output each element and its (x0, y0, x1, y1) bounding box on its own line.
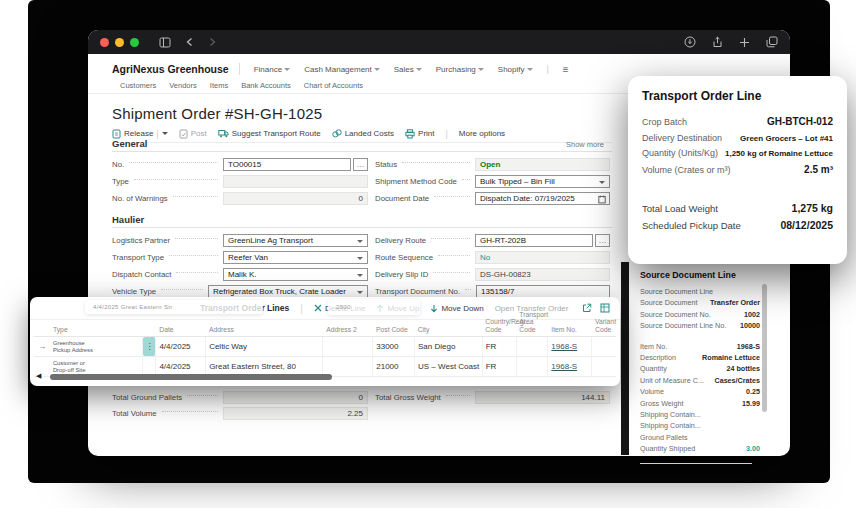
move-down-button[interactable]: Move Down (430, 304, 483, 313)
total-ground-pallets-field: 0 (223, 391, 368, 404)
cell-date[interactable]: 4/4/2025 (156, 337, 206, 356)
nav-link-customers[interactable]: Customers (120, 81, 156, 90)
truck-icon (218, 129, 229, 138)
factbox-row: Source Document No.1002 (640, 310, 760, 321)
suggest-transport-route-button[interactable]: Suggest Transport Route (218, 129, 321, 138)
col-country-code[interactable]: Country/Regi... Code (482, 318, 516, 336)
share-icon[interactable] (712, 36, 723, 48)
transport-type-select[interactable]: Reefer Van (223, 251, 368, 264)
menu-finance[interactable]: Finance (254, 65, 290, 74)
no-input[interactable]: TO00015 (223, 158, 351, 171)
open-external-icon[interactable] (582, 303, 592, 313)
menu-shopify[interactable]: Shopify (498, 65, 533, 74)
col-city[interactable]: City (415, 326, 483, 336)
card-row-scheduled-pickup-date: Scheduled Pickup Date 08/12/2025 (642, 219, 833, 231)
col-item-no[interactable]: Item No. (548, 326, 592, 336)
transport-order-line-card: Transport Order Line Crop Batch GH-BTCH-… (628, 76, 847, 264)
minimize-window-button[interactable] (115, 38, 124, 47)
factbox-row: Source DocumentTransfer Order (640, 298, 760, 309)
cell-address[interactable]: Celtic Way (206, 337, 323, 356)
divider (112, 151, 612, 152)
vehicle-type-select[interactable]: Refrigerated Box Truck, Crate Loader (208, 285, 368, 298)
menu-sales[interactable]: Sales (394, 65, 422, 74)
document-date-input[interactable]: Dispatch Date: 07/19/2025 (475, 192, 610, 205)
field-delivery-slip-id: Delivery Slip ID DS-GH-00823 (375, 267, 610, 281)
col-transport-area-code[interactable]: Transport Area Code (516, 311, 548, 336)
cell-variant-code[interactable] (592, 337, 616, 356)
release-button[interactable]: Release| (112, 129, 168, 139)
factbox-row: Quantity24 bottles (640, 364, 760, 375)
more-options-button[interactable]: More options (459, 129, 505, 138)
card-row-volume: Volume (Crates or m³) 2.5 m³ (642, 164, 833, 175)
scroll-left-arrow-icon[interactable]: ◀ (36, 372, 41, 380)
factbox-row: Gross Weight15.99 (640, 399, 760, 410)
action-bar: Release| Post Suggest Transport Route La… (112, 126, 642, 141)
nav-link-vendors[interactable]: Vendors (169, 81, 197, 90)
col-post-code[interactable]: Post Code (373, 326, 415, 336)
zoom-window-button[interactable] (130, 38, 139, 47)
factbox-row: Shipping Contain... (640, 421, 760, 432)
drag-ghost-tooltip: 2500 (328, 299, 420, 315)
factbox-row: Source Document Line (640, 287, 760, 298)
post-doc-icon (179, 129, 188, 139)
item-no-link[interactable]: 1968-S (548, 337, 592, 356)
divider (112, 142, 612, 143)
cell-address-2[interactable] (323, 337, 373, 356)
menu-purchasing[interactable]: Purchasing (436, 65, 484, 74)
logistics-partner-select[interactable]: GreenLine Ag Transport (223, 234, 368, 247)
col-date[interactable]: Date (156, 326, 206, 336)
assist-edit-button[interactable]: … (353, 158, 368, 171)
cell-type[interactable]: Greenhouse Pickup Address (50, 337, 143, 356)
col-variant-code[interactable]: Variant Code (592, 318, 616, 336)
divider: | (446, 129, 448, 139)
landed-costs-button[interactable]: Landed Costs (332, 129, 394, 138)
col-type[interactable]: Type (50, 326, 143, 336)
close-window-button[interactable] (100, 38, 109, 47)
calendar-icon[interactable] (598, 195, 606, 204)
card-row-delivery-destination: Delivery Destination Green Grocers – Lot… (642, 133, 833, 143)
download-icon[interactable] (684, 36, 696, 48)
col-address[interactable]: Address (206, 326, 323, 336)
copy-tabs-icon[interactable] (766, 36, 778, 48)
horizontal-scrollbar[interactable] (48, 373, 608, 381)
show-more-link[interactable]: Show more (566, 140, 604, 149)
assist-edit-button[interactable]: … (595, 234, 610, 247)
factbox-row: DescriptionRomaine Lettuce (640, 353, 760, 364)
dispatch-contact-select[interactable]: Malik K. (223, 268, 368, 281)
post-button[interactable]: Post (179, 129, 207, 139)
transport-document-no-input[interactable]: 135158/7 (476, 285, 610, 298)
cell-country-code[interactable]: FR (483, 337, 517, 356)
menu-cash-management[interactable]: Cash Management (304, 65, 380, 74)
nav-link-items[interactable]: Items (210, 81, 228, 90)
cell-city[interactable]: San Diego (415, 337, 483, 356)
chevron-down-icon (527, 68, 533, 71)
arrow-down-icon (430, 304, 438, 313)
row-drag-handle-icon[interactable]: ⋮ (143, 337, 156, 356)
delivery-route-input[interactable]: GH-RT-202B (475, 234, 593, 247)
col-address-2[interactable]: Address 2 (323, 326, 373, 336)
hamburger-menu-icon[interactable]: ≡ (563, 64, 569, 75)
field-type: Type (112, 174, 368, 188)
sidebar-icon[interactable] (159, 37, 171, 48)
route-sequence-link[interactable]: No (475, 251, 610, 264)
chevron-down-icon (162, 132, 168, 135)
factbox-title: Source Document Line (640, 270, 760, 280)
chevron-down-icon (357, 240, 363, 243)
shipment-method-select[interactable]: Bulk Tipped – Bin Fill (475, 175, 610, 188)
expand-grid-icon[interactable] (600, 303, 610, 313)
print-button[interactable]: Print (405, 129, 434, 139)
scrollbar-thumb[interactable] (50, 374, 332, 380)
cell-post-code[interactable]: 33000 (373, 337, 415, 356)
quantity-shipped-link[interactable]: 3.00 (746, 444, 760, 453)
plus-icon[interactable] (739, 37, 750, 48)
nav-link-bank-accounts[interactable]: Bank Accounts (241, 81, 291, 90)
nav-link-chart-of-accounts[interactable]: Chart of Accounts (304, 81, 363, 90)
back-button[interactable] (185, 37, 194, 47)
screenshot-stage: AgriNexus Greenhouse Finance Cash Manage… (0, 0, 856, 508)
field-status: Status Open (375, 157, 610, 171)
cell-transport-area[interactable] (517, 337, 549, 356)
printer-icon (405, 129, 415, 139)
forward-button[interactable] (208, 37, 217, 47)
factbox-scrollbar[interactable] (762, 284, 767, 412)
table-row[interactable]: → Greenhouse Pickup Address ⋮ 4/4/2025 C… (34, 337, 616, 357)
